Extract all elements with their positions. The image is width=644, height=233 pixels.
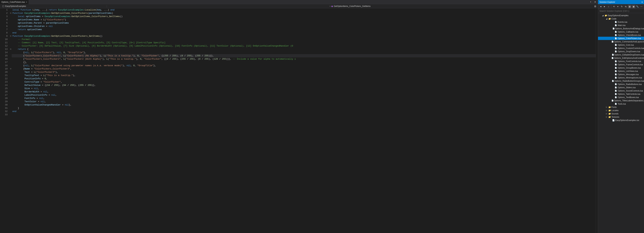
file-options_tabcontrols-lua[interactable]: 📄Options_TabControls.lua: [598, 92, 644, 96]
fold-toggle: [9, 57, 12, 61]
file-options_editoptionsandcontrols-lua[interactable]: 📄Options_EditOptionsAndControls.lua: [598, 56, 644, 60]
lua-file-icon: 📄: [612, 28, 614, 30]
folder-code[interactable]: ◢📁Code: [598, 17, 644, 20]
lua-file-icon: 📄: [612, 100, 614, 102]
file-options_commandsandlayout-lua[interactable]: 📄Options_CommandsAndLayout.lua: [598, 40, 644, 43]
file-options_titleslabelsseparators-lua[interactable]: 📄Options_TitlesLabelsSeparators.lua: [598, 99, 644, 102]
project-node[interactable]: ◢📁EasyOptionsExamples: [598, 14, 644, 17]
dropdown-icon[interactable]: ▾: [589, 0, 592, 4]
fold-toggle[interactable]: ⊟: [9, 35, 12, 38]
tree-item-label: Options_TextBoxes.lua: [617, 96, 639, 99]
close-icon[interactable]: ×: [26, 1, 27, 4]
fold-gutter[interactable]: ⊟⊟⊟⊟: [9, 8, 12, 233]
back-icon[interactable]: ◄: [599, 5, 602, 8]
brace-icon: {}: [2, 5, 4, 8]
project-icon: 📁: [604, 14, 607, 17]
file-tab[interactable]: Options_ColorPickers.lua ×: [0, 0, 28, 4]
file-options_messages-lua[interactable]: 📄Options_Messages.lua: [598, 73, 644, 76]
tree-arrow-icon: ▷: [605, 109, 608, 111]
tree-item-label: Options_TitlesLabelsSeparators.lua: [614, 99, 644, 102]
forward-icon[interactable]: ►: [603, 5, 606, 8]
file-options_editabledropdowns-lua[interactable]: 📄Options_EditableDropDowns.lua: [598, 53, 644, 56]
more-icon[interactable]: ⋯: [640, 5, 643, 8]
explorer-toolbar: ◄ ► ⌂ ⟲ ▾ ↻ ⇆ ▦ ▣ 🔧 ⋯: [598, 4, 644, 9]
properties-icon[interactable]: 🔧: [636, 5, 639, 8]
preview-icon[interactable]: ▣: [632, 5, 635, 8]
file-options_listviews-lua[interactable]: 📄Options_ListViews.lua: [598, 70, 644, 73]
file-options_buttonsanddialogs-lua[interactable]: 📄Options_ButtonsAndDialogs.lua: [598, 27, 644, 30]
home-icon[interactable]: ⌂: [607, 5, 610, 8]
navigation-bar: {} EasyOptionsExamples ▾ ◉ GetOptionItem…: [0, 4, 598, 8]
file-options_radiobuttons-lua[interactable]: 📄Options_RadioButtons.lua: [598, 83, 644, 86]
file-options_framecontrols-lua[interactable]: 📄Options_FrameControls.lua: [598, 63, 644, 66]
nav-scope[interactable]: {} EasyOptionsExamples: [0, 5, 107, 8]
fold-toggle: [9, 87, 12, 90]
fold-toggle: [9, 54, 12, 57]
file-tools-lua[interactable]: 📄Tools.lua: [598, 102, 644, 105]
file-options_dropdowns-lua[interactable]: 📄Options_DropDowns.lua: [598, 50, 644, 53]
tree-item-label: Options_Sliders.lua: [617, 86, 636, 89]
dropdown-icon[interactable]: ▾: [642, 1, 642, 3]
tree-item-label: Options_Core.lua: [617, 44, 634, 46]
explorer-search[interactable]: [598, 9, 644, 13]
folder-icon: 📁: [608, 113, 611, 115]
file-options_soundcontrols-lua[interactable]: 📄Options_SoundControls.lua: [598, 89, 644, 92]
refresh-icon[interactable]: ↻: [620, 5, 623, 8]
split-icon[interactable]: ▤: [594, 5, 597, 8]
fold-toggle: [9, 61, 12, 64]
tree-arrow-icon: ▷: [605, 113, 608, 115]
file-options_fontcontrols-lua[interactable]: 📄Options_FontControls.lua: [598, 60, 644, 63]
code-area[interactable]: 1234567891011121314151617181920212223242…: [0, 8, 598, 233]
tree-item-label: Options_GroupBoxes.lua: [617, 67, 641, 69]
search-input[interactable]: [598, 9, 644, 13]
fold-toggle[interactable]: ⊟: [9, 48, 12, 51]
file-options_callbacks-lua[interactable]: 📄Options_Callbacks.lua: [598, 30, 644, 34]
fold-toggle: [9, 77, 12, 80]
tree-item-label: Main.lua: [617, 24, 626, 27]
fold-toggle: [9, 71, 12, 74]
file-options_textboxes-lua[interactable]: 📄Options_TextBoxes.lua: [598, 96, 644, 99]
tree-item-label: Locales: [611, 109, 618, 112]
lua-file-icon: 📄: [614, 103, 617, 105]
file-options_colorpickers-lua[interactable]: 📄Options_ColorPickers.lua: [598, 37, 644, 40]
tree-item-label: EasyOptionsExamples.toc: [615, 119, 639, 121]
code-content[interactable]: local function L(key, ...) return EasyOp…: [12, 8, 596, 233]
sync-icon[interactable]: ⟲: [612, 5, 616, 8]
explorer-title-bar[interactable]: Solution Explorer ▾: [598, 0, 644, 4]
lua-file-icon: 📄: [614, 51, 617, 52]
tree-item-label: Options_EditableDropDowns.lua: [614, 54, 644, 56]
file-options_radiobuttongroups-lua[interactable]: 📄Options_RadioButtonGroups.lua: [598, 79, 644, 83]
solution-tree[interactable]: ◢📁EasyOptionsExamples◢📁Code📄Events.lua📄M…: [598, 13, 644, 233]
show-all-icon[interactable]: ▦: [628, 5, 631, 8]
tree-item-label: Options_ButtonsAndDialogs.lua: [614, 27, 644, 30]
lua-file-icon: 📄: [614, 87, 617, 88]
file-options_minimapicons-lua[interactable]: 📄Options_MinimapIcons.lua: [598, 76, 644, 79]
file-options_core-lua[interactable]: 📄Options_Core.lua: [598, 43, 644, 47]
fold-toggle: [9, 28, 12, 31]
file-options_sliders-lua[interactable]: 📄Options_Sliders.lua: [598, 86, 644, 89]
tree-item-label: Options_RadioButtonGroups.lua: [614, 80, 644, 82]
folder-icon: 📁: [608, 116, 611, 118]
toc-file[interactable]: 📄EasyOptionsExamples.toc: [598, 119, 644, 122]
collapse-icon[interactable]: ⇆: [624, 5, 627, 8]
lua-file-icon: 📄: [614, 73, 617, 75]
tree-item-label: Options_MinimapIcons.lua: [617, 77, 642, 79]
tree-item-label: EasyOptionsExamples: [607, 14, 628, 17]
file-main-lua[interactable]: 📄Main.lua: [598, 24, 644, 27]
file-events-lua[interactable]: 📄Events.lua: [598, 20, 644, 24]
folder-fonts[interactable]: ▷📁Fonts: [598, 105, 644, 109]
dropdown-icon[interactable]: ▾: [616, 5, 620, 8]
file-options_customcontrols-lua[interactable]: 📄Options_CustomControls.lua: [598, 47, 644, 50]
tree-item-label: Options_ListViews.lua: [617, 70, 638, 72]
tree-item-label: Options_CommandsAndLayout.lua: [614, 41, 644, 43]
gear-icon[interactable]: ⚙: [594, 0, 597, 4]
folder-locales[interactable]: ▷📁Locales: [598, 109, 644, 112]
fold-toggle[interactable]: ⊟: [9, 67, 12, 71]
folder-sounds[interactable]: ▷📁Sounds: [598, 112, 644, 115]
collapse-bar[interactable]: [596, 8, 598, 233]
fold-toggle[interactable]: ⊟: [9, 12, 12, 15]
nav-member[interactable]: ▾ ◉ GetOptionItems_ColorPickers_GetItems: [107, 5, 594, 8]
file-options_groupboxes-lua[interactable]: 📄Options_GroupBoxes.lua: [598, 66, 644, 70]
folder-textures[interactable]: ▷📁Textures: [598, 115, 644, 119]
file-options_checkboxes-lua[interactable]: 📄Options_CheckBoxes.lua: [598, 34, 644, 37]
